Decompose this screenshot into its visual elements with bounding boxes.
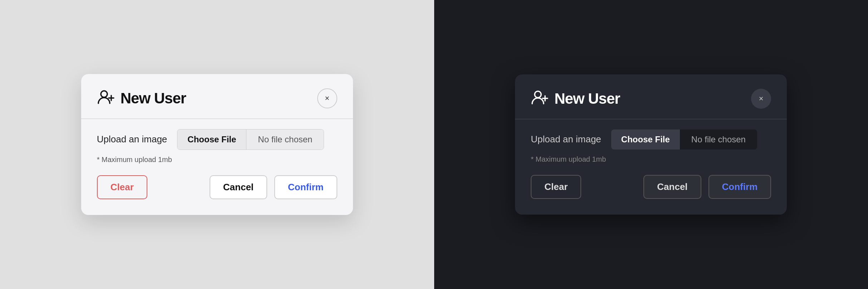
light-divider [81, 118, 353, 119]
light-close-button[interactable]: × [317, 88, 337, 108]
light-choose-file-button[interactable]: Choose File [177, 129, 246, 150]
light-no-file-text: No file chosen [246, 129, 324, 150]
dark-header-left: New User [531, 89, 620, 109]
dark-modal-title: New User [554, 90, 620, 107]
light-header-left: New User [97, 88, 186, 108]
dark-divider [515, 119, 787, 119]
dark-modal: New User × Upload an image Choose File N… [515, 74, 787, 215]
svg-point-3 [535, 91, 541, 98]
light-confirm-button[interactable]: Confirm [274, 175, 337, 199]
dark-confirm-button[interactable]: Confirm [708, 175, 771, 199]
dark-cancel-button[interactable]: Cancel [643, 175, 701, 199]
light-modal-header: New User × [97, 88, 337, 108]
dark-upload-label: Upload an image [531, 134, 601, 145]
light-upload-label: Upload an image [97, 134, 167, 145]
dark-file-input: Choose File No file chosen [611, 129, 757, 150]
light-file-input: Choose File No file chosen [177, 129, 324, 150]
light-upload-row: Upload an image Choose File No file chos… [97, 129, 337, 150]
light-cancel-button[interactable]: Cancel [210, 175, 267, 199]
dark-no-file-text: No file chosen [680, 129, 757, 150]
user-plus-icon [97, 88, 116, 108]
dark-user-plus-icon [531, 89, 549, 109]
dark-modal-header: New User × [531, 89, 771, 109]
dark-upload-row: Upload an image Choose File No file chos… [531, 129, 771, 150]
dark-panel: New User × Upload an image Choose File N… [434, 0, 868, 289]
light-modal-title: New User [121, 90, 186, 107]
light-clear-button[interactable]: Clear [97, 175, 147, 199]
dark-upload-hint: * Maximum upload 1mb [531, 155, 771, 163]
dark-choose-file-button[interactable]: Choose File [611, 129, 680, 150]
svg-point-0 [101, 91, 107, 97]
dark-close-button[interactable]: × [751, 89, 771, 109]
dark-modal-footer: Clear Cancel Confirm [531, 175, 771, 199]
light-modal: New User × Upload an image Choose File N… [81, 74, 353, 215]
dark-clear-button[interactable]: Clear [531, 175, 581, 199]
light-panel: New User × Upload an image Choose File N… [0, 0, 434, 289]
light-modal-footer: Clear Cancel Confirm [97, 175, 337, 199]
light-upload-hint: * Maximum upload 1mb [97, 156, 337, 164]
